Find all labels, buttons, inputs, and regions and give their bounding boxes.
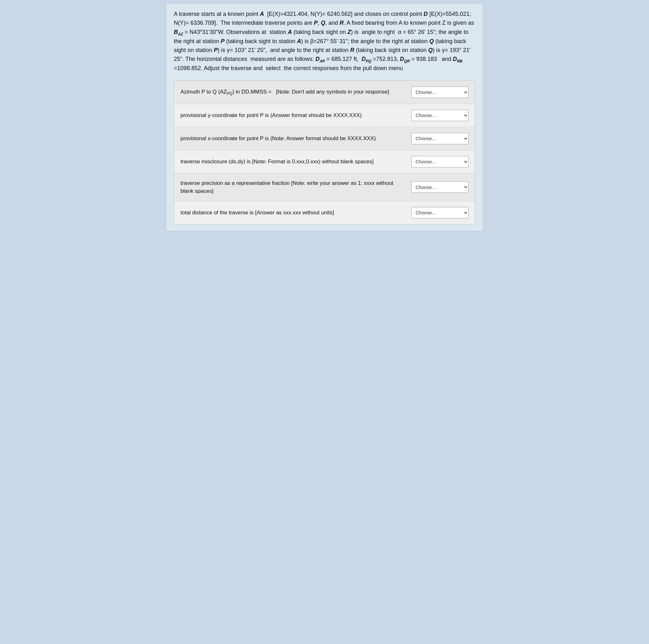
station-r-label: R — [350, 47, 354, 53]
question-row-1: Azimuth P to Q (AZPQ) in DD.MMSS = [Note… — [174, 81, 475, 104]
bearing-label: BAZ — [174, 29, 183, 35]
q1-select[interactable]: Choose... — [412, 87, 469, 98]
question-label-3: provisional x-coordinate for point P is … — [180, 134, 412, 143]
d-rb-label: DRB — [452, 56, 462, 62]
question-label-6: total distance of the traverse is [Answe… — [180, 209, 412, 217]
station-a2-label: A — [297, 38, 301, 44]
main-container: A traverse starts at a known point A [E(… — [166, 3, 483, 231]
questions-area: Azimuth P to Q (AZPQ) in DD.MMSS = [Note… — [174, 81, 475, 225]
point-a-label: A — [260, 11, 264, 17]
station-a-label: A — [288, 29, 292, 35]
d-pq-label: DPQ — [361, 56, 371, 62]
question-row-4: traverse misclosure (dx,dy) is [Note: Fo… — [174, 150, 475, 174]
question-row-3: provisional x-coordinate for point P is … — [174, 127, 475, 150]
station-q-label: Q — [429, 38, 434, 44]
point-q-label: Q — [321, 20, 325, 26]
q3-select[interactable]: Choose... — [412, 133, 469, 144]
question-label-1: Azimuth P to Q (AZPQ) in DD.MMSS = [Note… — [180, 88, 412, 96]
point-r-label: R — [340, 20, 344, 26]
question-row-5: traverse precision as a representative f… — [174, 174, 475, 201]
q5-select[interactable]: Choose... — [412, 181, 469, 193]
d-qr-label: DQR — [400, 56, 410, 62]
station-q2-label: Q — [428, 47, 433, 53]
q4-select[interactable]: Choose... — [412, 156, 469, 168]
q2-select[interactable]: Choose... — [412, 110, 469, 121]
question-label-2: provisional y-coordinate for point P is … — [180, 111, 412, 120]
d-ap-label: DAP — [316, 56, 325, 62]
point-d-label: D — [424, 11, 428, 17]
question-row-6: total distance of the traverse is [Answe… — [174, 201, 475, 224]
question-row-2: provisional y-coordinate for point P is … — [174, 104, 475, 127]
q6-select[interactable]: Choose... — [412, 207, 469, 219]
point-p-label: P — [314, 20, 317, 26]
question-label-5: traverse precision as a representative f… — [180, 179, 412, 195]
problem-text: A traverse starts at a known point A [E(… — [174, 10, 475, 73]
point-z-label: Z — [347, 29, 351, 35]
question-label-4: traverse misclosure (dx,dy) is [Note: Fo… — [180, 157, 412, 166]
station-p2-label: P — [214, 47, 218, 53]
station-p-label: P — [221, 38, 225, 44]
